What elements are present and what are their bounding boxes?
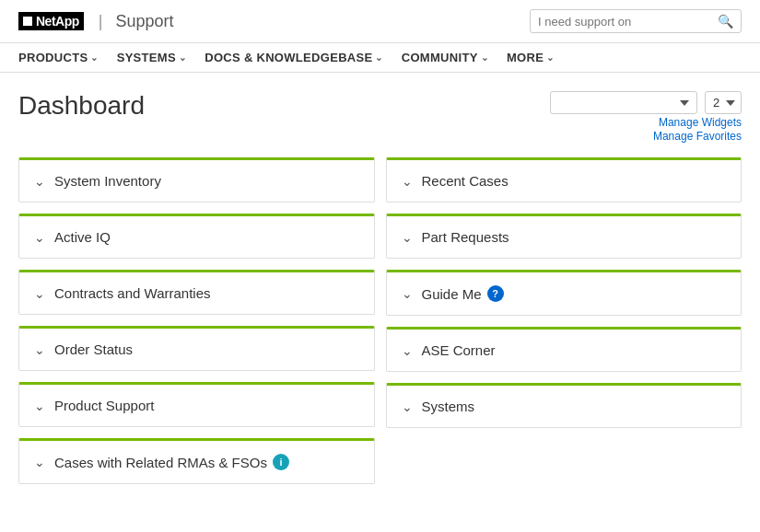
logo-area: NetApp | Support — [18, 12, 174, 31]
logo-product-text: Support — [115, 12, 173, 31]
search-icon[interactable]: 🔍 — [718, 14, 733, 29]
nav-item-more[interactable]: MORE ⌄ — [507, 51, 555, 64]
nav-bar: PRODUCTS ⌄ SYSTEMS ⌄ DOCS & KNOWLEDGEBAS… — [0, 43, 760, 73]
nav-label-products: PRODUCTS — [18, 51, 88, 64]
chevron-down-icon: ⌄ — [34, 174, 45, 189]
widget-label: ASE Corner — [422, 342, 496, 358]
widget-label: Product Support — [54, 398, 154, 413]
chevron-down-icon: ⌄ — [402, 286, 413, 301]
nav-item-community[interactable]: COMMUNITY ⌄ — [402, 51, 488, 64]
widget-label: Guide Me — [422, 286, 482, 302]
search-bar[interactable]: 🔍 — [530, 9, 742, 33]
help-badge: ? — [487, 285, 504, 302]
manage-favorites-link[interactable]: Manage Favorites — [653, 130, 742, 143]
dashboard-controls: 2 1 3 Manage Widgets Manage Favorites — [550, 91, 742, 143]
widget-label: Cases with Related RMAs & FSOs — [54, 455, 267, 470]
dashboard-header: Dashboard 2 1 3 Manage Widgets Manage Fa… — [18, 91, 742, 143]
nav-label-more: MORE — [507, 51, 544, 64]
logo-brand-text: NetApp — [36, 14, 79, 29]
widget-label: System Inventory — [54, 173, 161, 189]
chevron-down-icon: ⌄ — [481, 52, 488, 63]
page-title: Dashboard — [18, 91, 145, 121]
widget-guide-me[interactable]: ⌄ Guide Me ? — [386, 270, 742, 316]
widget-label: Active IQ — [54, 229, 111, 245]
left-column: ⌄ System Inventory ⌄ Active IQ ⌄ Contrac… — [18, 157, 375, 484]
widget-cases-rmas-fsos[interactable]: ⌄ Cases with Related RMAs & FSOs i — [18, 438, 375, 484]
widget-systems[interactable]: ⌄ Systems — [386, 383, 742, 428]
widget-ase-corner[interactable]: ⌄ ASE Corner — [386, 327, 742, 372]
widget-label: Recent Cases — [422, 173, 509, 189]
widget-part-requests[interactable]: ⌄ Part Requests — [386, 214, 742, 259]
nav-item-systems[interactable]: SYSTEMS ⌄ — [117, 51, 187, 64]
widget-label: Part Requests — [422, 229, 509, 245]
chevron-down-icon: ⌄ — [375, 52, 382, 63]
chevron-down-icon: ⌄ — [402, 230, 413, 245]
widget-label: Contracts and Warranties — [54, 285, 211, 301]
widget-label: Order Status — [54, 341, 133, 357]
count-select[interactable]: 2 1 3 — [705, 91, 742, 114]
manage-links: Manage Widgets Manage Favorites — [653, 116, 742, 143]
widget-recent-cases[interactable]: ⌄ Recent Cases — [386, 157, 742, 202]
widget-product-support[interactable]: ⌄ Product Support — [18, 382, 375, 427]
chevron-down-icon: ⌄ — [34, 455, 45, 469]
chevron-down-icon: ⌄ — [402, 174, 413, 189]
chevron-down-icon: ⌄ — [90, 52, 98, 63]
logo-divider: | — [99, 12, 103, 31]
dashboard-dropdown[interactable] — [550, 91, 697, 114]
info-badge: i — [273, 454, 289, 470]
widget-system-inventory[interactable]: ⌄ System Inventory — [18, 157, 375, 202]
widget-label: Systems — [422, 399, 475, 414]
manage-widgets-link[interactable]: Manage Widgets — [659, 116, 742, 129]
search-input[interactable] — [538, 15, 718, 29]
nav-label-docs: DOCS & KNOWLEDGEBASE — [205, 51, 372, 64]
widget-order-status[interactable]: ⌄ Order Status — [18, 326, 375, 371]
header: NetApp | Support 🔍 — [0, 0, 760, 43]
right-column: ⌄ Recent Cases ⌄ Part Requests ⌄ Guide M… — [386, 157, 742, 484]
chevron-down-icon: ⌄ — [546, 52, 554, 63]
controls-row: 2 1 3 — [550, 91, 742, 114]
nav-item-docs[interactable]: DOCS & KNOWLEDGEBASE ⌄ — [205, 51, 383, 64]
chevron-down-icon: ⌄ — [179, 52, 186, 63]
netapp-logo-icon: NetApp — [18, 12, 84, 30]
widget-active-iq[interactable]: ⌄ Active IQ — [18, 214, 375, 259]
chevron-down-icon: ⌄ — [34, 286, 45, 301]
nav-label-systems: SYSTEMS — [117, 51, 176, 64]
chevron-down-icon: ⌄ — [34, 399, 45, 413]
nav-item-products[interactable]: PRODUCTS ⌄ — [18, 51, 99, 64]
chevron-down-icon: ⌄ — [402, 399, 413, 414]
widget-contracts-warranties[interactable]: ⌄ Contracts and Warranties — [18, 270, 375, 315]
chevron-down-icon: ⌄ — [402, 343, 413, 358]
main-content: Dashboard 2 1 3 Manage Widgets Manage Fa… — [0, 73, 760, 493]
chevron-down-icon: ⌄ — [34, 342, 45, 357]
widget-grid: ⌄ System Inventory ⌄ Active IQ ⌄ Contrac… — [18, 157, 742, 484]
chevron-down-icon: ⌄ — [34, 230, 45, 245]
nav-label-community: COMMUNITY — [402, 51, 478, 64]
